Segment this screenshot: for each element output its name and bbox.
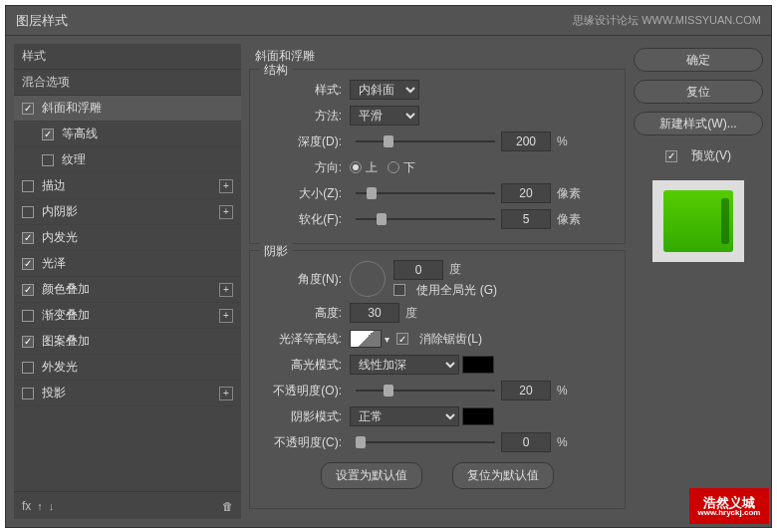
shadow-opacity-label: 不透明度(C): [260, 434, 350, 451]
blend-options[interactable]: 混合选项 [14, 70, 241, 96]
highlight-opacity-slider[interactable] [356, 381, 495, 400]
shading-legend: 阴影 [260, 243, 292, 260]
structure-legend: 结构 [260, 62, 292, 79]
size-slider[interactable] [356, 183, 495, 203]
shading-group: 阴影 角度(N): 度 使用全局光 (G) 高度:度 光泽等高线: ▾ 消除锯齿… [249, 250, 626, 509]
effect-bevel[interactable]: 斜面和浮雕 [14, 96, 241, 122]
highlight-mode-label: 高光模式: [260, 357, 350, 374]
checkbox-icon[interactable] [22, 180, 34, 192]
panel-title: 斜面和浮雕 [249, 48, 626, 65]
shadow-opacity-slider[interactable] [356, 432, 495, 452]
soften-label: 软化(F): [260, 211, 350, 228]
depth-input[interactable] [501, 132, 551, 151]
altitude-label: 高度: [260, 305, 350, 322]
dialog-title: 图层样式 [16, 12, 68, 30]
chevron-down-icon[interactable]: ▾ [385, 334, 389, 345]
angle-input[interactable] [393, 260, 443, 280]
checkbox-icon[interactable] [22, 336, 34, 348]
gloss-contour-picker[interactable] [350, 330, 382, 348]
shadow-opacity-input[interactable] [501, 432, 551, 452]
site-logo: 浩然义城 www.hryckj.com [689, 488, 769, 524]
settings-panel: 斜面和浮雕 结构 样式:内斜面 方法:平滑 深度(D):% 方向:上 下 大小(… [249, 44, 626, 519]
checkbox-icon[interactable] [42, 129, 54, 140]
effect-stroke[interactable]: 描边+ [14, 173, 241, 199]
effect-color-overlay[interactable]: 颜色叠加+ [14, 277, 241, 303]
highlight-color-swatch[interactable] [462, 356, 494, 374]
titlebar: 图层样式 思缘设计论坛 WWW.MISSYUAN.COM [6, 6, 771, 36]
effect-inner-glow[interactable]: 内发光 [14, 225, 241, 251]
sidebar-header: 样式 [14, 44, 241, 70]
highlight-mode-select[interactable]: 线性加深 [350, 355, 459, 375]
effect-gradient-overlay[interactable]: 渐变叠加+ [14, 303, 241, 329]
checkbox-icon[interactable] [22, 206, 34, 218]
checkbox-icon[interactable] [42, 154, 54, 166]
angle-label: 角度(N): [260, 271, 350, 288]
checkbox-icon[interactable] [22, 388, 34, 399]
trash-icon[interactable]: 🗑 [222, 500, 233, 512]
depth-label: 深度(D): [260, 133, 350, 150]
preview-checkbox[interactable] [665, 150, 677, 162]
shadow-mode-label: 阴影模式: [260, 408, 350, 425]
plus-icon[interactable]: + [219, 309, 233, 323]
soften-slider[interactable] [356, 209, 495, 229]
effect-texture[interactable]: 纹理 [14, 147, 241, 173]
highlight-opacity-input[interactable] [501, 381, 551, 400]
size-label: 大小(Z): [260, 185, 350, 202]
arrow-down-icon[interactable]: ↓ [49, 500, 55, 512]
styles-sidebar: 样式 混合选项 斜面和浮雕 等高线 纹理 描边+ 内阴影+ 内发光 光泽 颜色叠… [14, 44, 241, 519]
effect-drop-shadow[interactable]: 投影+ [14, 381, 241, 406]
layer-style-dialog: 图层样式 思缘设计论坛 WWW.MISSYUAN.COM 样式 混合选项 斜面和… [5, 5, 772, 528]
shadow-color-swatch[interactable] [462, 407, 494, 425]
preview-label: 预览(V) [691, 147, 731, 164]
action-panel: 确定 复位 新建样式(W)... 预览(V) [634, 44, 763, 519]
checkbox-icon[interactable] [22, 258, 34, 270]
method-select[interactable]: 平滑 [350, 106, 419, 126]
angle-wheel[interactable] [350, 261, 386, 297]
style-select[interactable]: 内斜面 [350, 80, 419, 100]
structure-group: 结构 样式:内斜面 方法:平滑 深度(D):% 方向:上 下 大小(Z):像素 … [249, 69, 626, 244]
size-input[interactable] [501, 183, 551, 203]
plus-icon[interactable]: + [219, 387, 233, 400]
reset-default-button[interactable]: 复位为默认值 [452, 462, 554, 489]
effects-list: 斜面和浮雕 等高线 纹理 描边+ 内阴影+ 内发光 光泽 颜色叠加+ 渐变叠加+… [14, 96, 241, 491]
effect-outer-glow[interactable]: 外发光 [14, 355, 241, 381]
make-default-button[interactable]: 设置为默认值 [321, 462, 422, 489]
direction-label: 方向: [260, 159, 350, 176]
effect-inner-shadow[interactable]: 内阴影+ [14, 199, 241, 225]
plus-icon[interactable]: + [219, 283, 233, 297]
highlight-opacity-label: 不透明度(O): [260, 383, 350, 399]
shadow-mode-select[interactable]: 正常 [350, 406, 459, 426]
checkbox-icon[interactable] [22, 284, 34, 296]
altitude-input[interactable] [350, 303, 399, 323]
fx-menu[interactable]: fx [22, 499, 31, 513]
plus-icon[interactable]: + [219, 179, 233, 193]
ok-button[interactable]: 确定 [634, 48, 763, 72]
effect-satin[interactable]: 光泽 [14, 251, 241, 277]
credit-text: 思缘设计论坛 WWW.MISSYUAN.COM [573, 13, 761, 28]
antialias-checkbox[interactable] [396, 333, 408, 345]
arrow-up-icon[interactable]: ↑ [37, 500, 43, 512]
checkbox-icon[interactable] [22, 362, 34, 374]
radio-up[interactable] [350, 161, 362, 173]
method-label: 方法: [260, 108, 350, 125]
preview-thumbnail [652, 180, 744, 262]
plus-icon[interactable]: + [219, 205, 233, 219]
checkbox-icon[interactable] [22, 232, 34, 244]
gloss-contour-label: 光泽等高线: [260, 331, 350, 348]
checkbox-icon[interactable] [22, 310, 34, 322]
soften-input[interactable] [501, 209, 551, 229]
radio-down[interactable] [388, 161, 399, 173]
global-light-checkbox[interactable] [393, 284, 405, 296]
effect-contour[interactable]: 等高线 [14, 122, 241, 147]
effect-pattern-overlay[interactable]: 图案叠加 [14, 329, 241, 355]
sidebar-footer: fx ↑ ↓ 🗑 [14, 491, 241, 519]
new-style-button[interactable]: 新建样式(W)... [634, 112, 763, 135]
cancel-button[interactable]: 复位 [634, 80, 763, 104]
checkbox-icon[interactable] [22, 103, 34, 115]
style-label: 样式: [260, 82, 350, 99]
depth-slider[interactable] [356, 132, 495, 151]
